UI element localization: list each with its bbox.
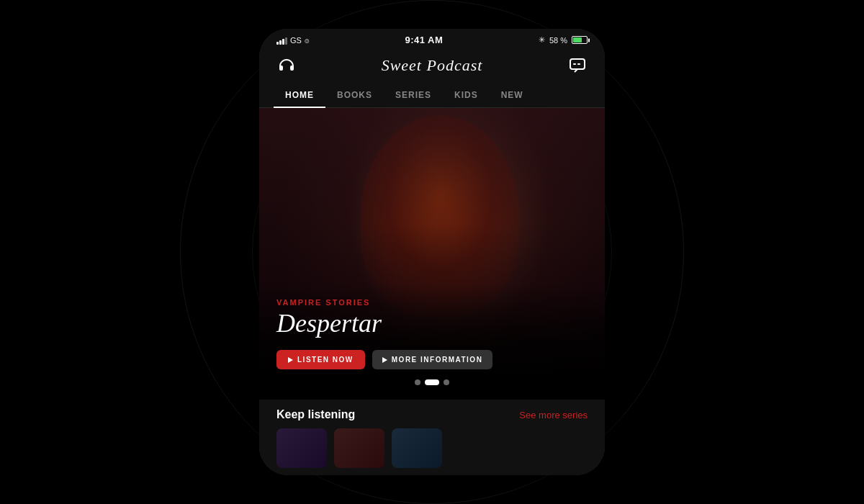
signal-bars bbox=[276, 36, 287, 45]
wifi-icon: ⌾ bbox=[305, 36, 310, 45]
tab-series[interactable]: SERIES bbox=[384, 83, 443, 107]
listen-button-label: LISTEN NOW bbox=[297, 356, 354, 364]
battery-body bbox=[572, 36, 588, 44]
thumbnails-strip bbox=[259, 428, 605, 475]
hero-banner: VAMPIRE STORIES Despertar LISTEN NOW MOR… bbox=[259, 108, 605, 400]
tab-kids[interactable]: KIDS bbox=[443, 83, 490, 107]
dot-3[interactable] bbox=[444, 379, 449, 385]
status-right: ✳ 58 % bbox=[539, 35, 588, 45]
tab-home[interactable]: HOME bbox=[274, 83, 325, 107]
signal-bar-2 bbox=[279, 40, 282, 45]
keep-listening-section: Keep listening See more series bbox=[259, 400, 605, 428]
battery-indicator bbox=[572, 36, 588, 44]
phone-frame: GS ⌾ 9:41 AM ✳ 58 % Sweet Podcast bbox=[259, 29, 605, 475]
hero-buttons: LISTEN NOW MORE INFORMATION bbox=[276, 350, 588, 369]
battery-percent: 58 % bbox=[549, 36, 567, 45]
battery-fill bbox=[573, 37, 582, 42]
more-info-button[interactable]: MORE INFORMATION bbox=[372, 350, 493, 369]
hero-overlay: VAMPIRE STORIES Despertar LISTEN NOW MOR… bbox=[259, 284, 605, 400]
tab-new[interactable]: NEW bbox=[490, 83, 535, 107]
status-time: 9:41 AM bbox=[405, 35, 443, 45]
listen-now-button[interactable]: LISTEN NOW bbox=[276, 350, 365, 369]
bluetooth-icon: ✳ bbox=[539, 35, 545, 45]
headphones-icon[interactable] bbox=[276, 55, 297, 76]
play-icon bbox=[288, 357, 293, 363]
signal-bar-1 bbox=[276, 42, 279, 45]
app-title: Sweet Podcast bbox=[382, 56, 483, 75]
signal-bar-3 bbox=[282, 39, 284, 45]
nav-tabs: HOME BOOKS SERIES KIDS NEW bbox=[259, 83, 605, 108]
see-more-link[interactable]: See more series bbox=[519, 410, 588, 420]
episode-title: Despertar bbox=[276, 310, 588, 338]
chat-icon[interactable] bbox=[567, 55, 588, 76]
carousel-dots bbox=[276, 379, 588, 385]
more-button-label: MORE INFORMATION bbox=[392, 356, 483, 364]
tab-books[interactable]: BOOKS bbox=[325, 83, 384, 107]
svg-rect-1 bbox=[573, 63, 576, 65]
series-name: VAMPIRE STORIES bbox=[276, 298, 588, 307]
thumbnail-1[interactable] bbox=[276, 428, 327, 468]
svg-rect-2 bbox=[577, 63, 580, 65]
more-play-icon bbox=[382, 357, 387, 363]
status-left: GS ⌾ bbox=[276, 36, 310, 45]
app-header: Sweet Podcast bbox=[259, 48, 605, 83]
thumbnail-3[interactable] bbox=[392, 428, 442, 468]
carrier-label: GS bbox=[290, 36, 302, 45]
thumbnail-2[interactable] bbox=[334, 428, 384, 468]
status-bar: GS ⌾ 9:41 AM ✳ 58 % bbox=[259, 29, 605, 48]
signal-bar-4 bbox=[285, 37, 287, 45]
dot-1[interactable] bbox=[415, 379, 420, 385]
keep-listening-title: Keep listening bbox=[276, 408, 355, 421]
dot-2[interactable] bbox=[425, 379, 439, 385]
